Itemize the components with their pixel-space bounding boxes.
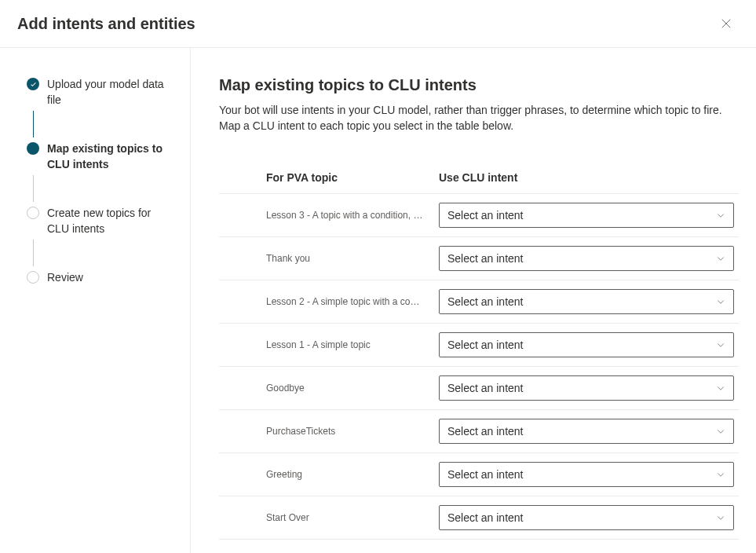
step-indicator-current (27, 142, 39, 155)
chevron-down-icon (716, 513, 725, 522)
intent-select[interactable]: Select an intent (439, 462, 734, 487)
table-row: Start Over Select an intent (219, 496, 739, 540)
topic-name: Start Over (266, 512, 439, 523)
topics-table: For PVA topic Use CLU intent Lesson 3 - … (219, 171, 739, 540)
select-placeholder: Select an intent (447, 295, 524, 308)
table-row: PurchaseTickets Select an intent (219, 410, 739, 453)
chevron-down-icon (716, 254, 725, 263)
select-placeholder: Select an intent (447, 339, 524, 351)
topic-name: PurchaseTickets (266, 426, 439, 437)
step-indicator-upcoming (27, 271, 39, 284)
dialog-body: Upload your model data file Map existing… (0, 48, 756, 553)
table-row: Goodbye Select an intent (219, 367, 739, 410)
page-description: Your bot will use intents in your CLU mo… (219, 102, 739, 134)
intent-cell: Select an intent (439, 246, 734, 271)
step-connector (33, 175, 34, 202)
column-header-topic: For PVA topic (266, 171, 439, 184)
step-indicator-upcoming (27, 207, 39, 219)
select-placeholder: Select an intent (447, 209, 524, 222)
wizard-step-upload[interactable]: Upload your model data file (27, 76, 171, 108)
select-placeholder: Select an intent (447, 425, 524, 438)
table-row: Lesson 3 - A topic with a condition, … S… (219, 194, 739, 237)
main-content: Map existing topics to CLU intents Your … (191, 48, 756, 553)
topic-name: Lesson 3 - A topic with a condition, … (266, 210, 439, 221)
intent-select[interactable]: Select an intent (439, 419, 734, 444)
column-header-intent: Use CLU intent (439, 171, 739, 184)
select-placeholder: Select an intent (447, 382, 524, 394)
close-icon (721, 18, 732, 29)
intent-select[interactable]: Select an intent (439, 246, 734, 271)
intent-cell: Select an intent (439, 332, 734, 357)
table-row: Lesson 1 - A simple topic Select an inte… (219, 324, 739, 367)
page-title: Map existing topics to CLU intents (219, 76, 739, 94)
chevron-down-icon (716, 383, 725, 393)
intent-cell: Select an intent (439, 505, 734, 530)
close-button[interactable] (714, 11, 739, 36)
topic-name: Lesson 2 - A simple topic with a con… (266, 296, 439, 307)
wizard-step-create[interactable]: Create new topics for CLU intents (27, 205, 171, 236)
chevron-down-icon (716, 340, 725, 350)
intent-cell: Select an intent (439, 203, 734, 228)
intent-cell: Select an intent (439, 419, 734, 444)
intent-select[interactable]: Select an intent (439, 289, 734, 314)
wizard-step-map[interactable]: Map existing topics to CLU intents (27, 141, 171, 172)
chevron-down-icon (716, 297, 725, 306)
step-label: Create new topics for CLU intents (47, 205, 171, 236)
step-label: Upload your model data file (47, 76, 171, 108)
intent-cell: Select an intent (439, 462, 734, 487)
step-label: Review (47, 269, 83, 285)
table-row: Lesson 2 - A simple topic with a con… Se… (219, 280, 739, 324)
intent-cell: Select an intent (439, 289, 734, 314)
topic-name: Greeting (266, 469, 439, 480)
select-placeholder: Select an intent (447, 252, 524, 265)
topic-name: Lesson 1 - A simple topic (266, 339, 439, 350)
step-connector (33, 240, 34, 266)
topic-name: Goodbye (266, 383, 439, 394)
chevron-down-icon (716, 427, 725, 436)
wizard-steps-sidebar: Upload your model data file Map existing… (0, 48, 191, 553)
chevron-down-icon (716, 211, 725, 220)
intent-select[interactable]: Select an intent (439, 375, 734, 401)
table-header-row: For PVA topic Use CLU intent (219, 171, 739, 194)
step-label: Map existing topics to CLU intents (47, 141, 171, 172)
table-row: Greeting Select an intent (219, 453, 739, 496)
dialog-title: Add intents and entities (17, 15, 195, 33)
dialog-header: Add intents and entities (0, 0, 756, 48)
chevron-down-icon (716, 470, 725, 479)
intent-cell: Select an intent (439, 375, 734, 401)
intent-select[interactable]: Select an intent (439, 505, 734, 530)
topic-name: Thank you (266, 253, 439, 264)
intent-select[interactable]: Select an intent (439, 203, 734, 228)
select-placeholder: Select an intent (447, 468, 524, 481)
select-placeholder: Select an intent (447, 511, 524, 524)
checkmark-icon (30, 81, 37, 88)
step-connector (33, 111, 34, 137)
intent-select[interactable]: Select an intent (439, 332, 734, 357)
wizard-step-review[interactable]: Review (27, 269, 171, 285)
table-row: Thank you Select an intent (219, 237, 739, 280)
step-indicator-completed (27, 78, 39, 90)
